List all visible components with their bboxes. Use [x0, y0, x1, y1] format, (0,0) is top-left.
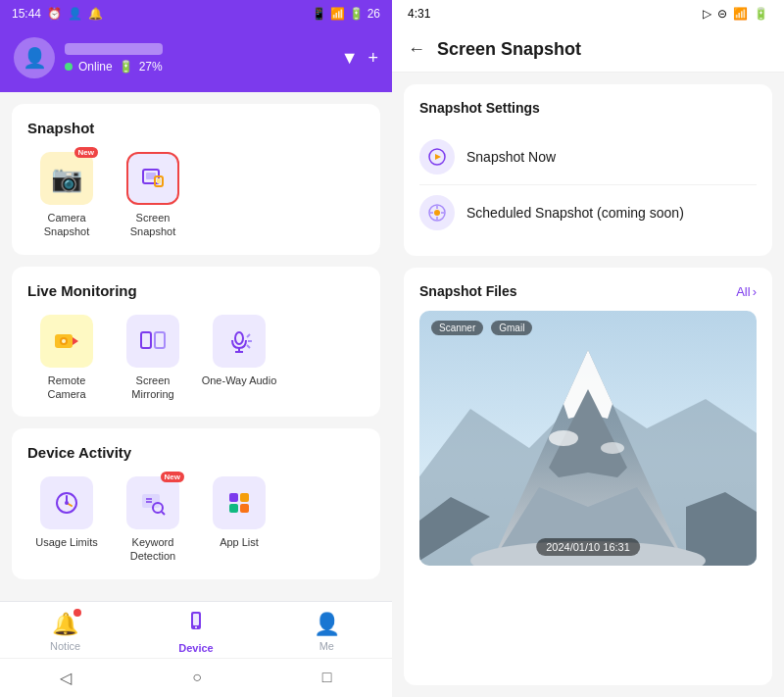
- screen-mirroring-item[interactable]: Screen Mirroring: [114, 315, 192, 402]
- files-title: Snapshot Files: [419, 283, 517, 299]
- battery-pct-display: 27%: [139, 60, 163, 74]
- device-icon: [184, 610, 208, 639]
- keyword-detection-label: KeywordDetection: [130, 535, 175, 564]
- scheduled-snapshot-item[interactable]: Scheduled Snapshot (coming soon): [419, 184, 757, 240]
- svg-rect-24: [240, 493, 249, 502]
- remote-camera-item[interactable]: Remote Camera: [27, 315, 106, 402]
- screen-snapshot-label: Screen Snapshot: [114, 211, 192, 239]
- right-play-icon: ▷: [703, 7, 711, 21]
- left-status-bar-left: 15:44 ⏰ 👤 🔔: [12, 7, 103, 21]
- snapshot-files-card: Snapshot Files All ›: [404, 268, 772, 685]
- svg-line-13: [247, 334, 250, 337]
- snapshot-now-icon: [419, 139, 455, 174]
- right-status-bar: 4:31 ▷ ⊝ 📶 🔋: [392, 0, 784, 27]
- device-label: Device: [178, 642, 213, 654]
- svg-point-10: [235, 332, 243, 344]
- battery-pct: 26: [368, 7, 380, 21]
- nav-device[interactable]: Device: [162, 610, 230, 654]
- snapshot-section-title: Snapshot: [27, 120, 365, 136]
- svg-rect-3: [157, 178, 161, 183]
- notification-icon: 🔔: [88, 7, 103, 21]
- one-way-audio-svg: [224, 326, 254, 356]
- svg-point-29: [195, 626, 197, 628]
- svg-point-17: [65, 501, 69, 505]
- snapshot-image-container: Scanner Gmail 2024/01/10 16:31: [419, 311, 757, 566]
- svg-rect-9: [155, 332, 165, 348]
- image-timestamp: 2024/01/10 16:31: [536, 538, 640, 556]
- right-content: Snapshot Settings Snapshot Now: [392, 73, 784, 697]
- notice-label: Notice: [50, 640, 80, 652]
- svg-rect-23: [229, 493, 238, 502]
- nav-me[interactable]: 👤 Me: [292, 612, 361, 652]
- user-status: Online 🔋 27%: [65, 60, 331, 74]
- usage-limits-label: Usage Limits: [35, 535, 98, 549]
- screen-snapshot-icon-box: [126, 152, 179, 205]
- online-label: Online: [78, 60, 113, 74]
- snapshot-now-label: Snapshot Now: [466, 149, 556, 165]
- snapshot-now-item[interactable]: Snapshot Now: [419, 129, 757, 184]
- screen-mirroring-icon-box: [126, 315, 179, 368]
- left-scroll-content: Snapshot 📷 New Camera Snapshot: [0, 92, 392, 601]
- app-list-item[interactable]: App List: [200, 476, 278, 564]
- camera-snapshot-icon-box: 📷 New: [40, 152, 93, 205]
- keyword-detection-icon-box: New: [126, 476, 179, 529]
- avatar-small-icon: 👤: [68, 7, 82, 21]
- right-time: 4:31: [408, 7, 430, 21]
- one-way-audio-icon-box: [213, 315, 266, 368]
- live-monitoring-section: Live Monitoring Remote Camera: [12, 267, 380, 418]
- dropdown-button[interactable]: ▼: [341, 48, 359, 69]
- bottom-nav: 🔔 Notice Device 👤 Me: [0, 601, 392, 658]
- remote-camera-svg: [52, 326, 81, 356]
- snapshot-section: Snapshot 📷 New Camera Snapshot: [12, 104, 380, 255]
- screen-snapshot-item[interactable]: Screen Snapshot: [114, 152, 192, 239]
- screen-mirroring-svg: [138, 326, 168, 356]
- alarm-icon: ⏰: [47, 7, 62, 21]
- one-way-audio-label: One-Way Audio: [202, 373, 277, 387]
- keyword-detection-item[interactable]: New KeywordDetection: [114, 476, 192, 564]
- scanner-tag: Scanner: [431, 321, 483, 335]
- keyword-detection-svg: [138, 488, 168, 518]
- user-info: Online 🔋 27%: [65, 43, 331, 74]
- files-header: Snapshot Files All ›: [419, 283, 757, 299]
- svg-line-15: [247, 345, 250, 348]
- header-actions: ▼ +: [341, 48, 378, 69]
- left-panel: 15:44 ⏰ 👤 🔔 📱 📶 🔋 26 👤 Online 🔋 27% ▼ +: [0, 0, 392, 697]
- snapshot-settings-card: Snapshot Settings Snapshot Now: [404, 84, 772, 256]
- svg-point-44: [549, 430, 578, 446]
- left-status-bar: 15:44 ⏰ 👤 🔔 📱 📶 🔋 26: [0, 0, 392, 27]
- add-button[interactable]: +: [368, 48, 378, 69]
- notice-icon: 🔔: [52, 612, 78, 637]
- nav-notice[interactable]: 🔔 Notice: [31, 612, 100, 652]
- app-list-label: App List: [220, 535, 259, 549]
- back-button[interactable]: ←: [408, 39, 425, 60]
- online-indicator: [65, 63, 73, 71]
- screen-mirroring-label: Screen Mirroring: [114, 373, 192, 402]
- camera-snapshot-item[interactable]: 📷 New Camera Snapshot: [27, 152, 106, 239]
- home-system-button[interactable]: ○: [192, 669, 202, 687]
- right-panel: 4:31 ▷ ⊝ 📶 🔋 ← Screen Snapshot Snapshot …: [392, 0, 784, 697]
- right-page-title: Screen Snapshot: [437, 39, 581, 60]
- time-display: 15:44: [12, 7, 41, 21]
- remote-camera-label: Remote Camera: [27, 373, 106, 402]
- left-status-bar-right: 📱 📶 🔋 26: [312, 7, 380, 21]
- snapshot-now-svg: [427, 147, 447, 167]
- left-header: 👤 Online 🔋 27% ▼ +: [0, 27, 392, 92]
- svg-rect-18: [142, 494, 160, 508]
- snapshot-grid: 📷 New Camera Snapshot: [27, 152, 365, 239]
- right-wifi-icon: 📶: [733, 7, 748, 21]
- usage-limits-icon-box: [40, 476, 93, 529]
- right-signal-icon: ⊝: [717, 7, 727, 21]
- keyword-new-badge: New: [161, 472, 184, 482]
- usage-limits-item[interactable]: Usage Limits: [27, 476, 106, 564]
- snapshot-settings-title: Snapshot Settings: [419, 100, 757, 116]
- one-way-audio-item[interactable]: One-Way Audio: [200, 315, 278, 402]
- svg-point-45: [601, 442, 624, 454]
- notice-badge: [74, 609, 81, 617]
- svg-line-20: [162, 512, 165, 515]
- files-all-link[interactable]: All ›: [736, 284, 757, 299]
- back-system-button[interactable]: ◁: [60, 669, 72, 687]
- svg-rect-25: [229, 504, 238, 513]
- recents-system-button[interactable]: □: [322, 669, 332, 687]
- device-activity-title: Device Activity: [27, 444, 365, 461]
- live-monitoring-grid: Remote Camera Screen Mirroring: [27, 315, 365, 402]
